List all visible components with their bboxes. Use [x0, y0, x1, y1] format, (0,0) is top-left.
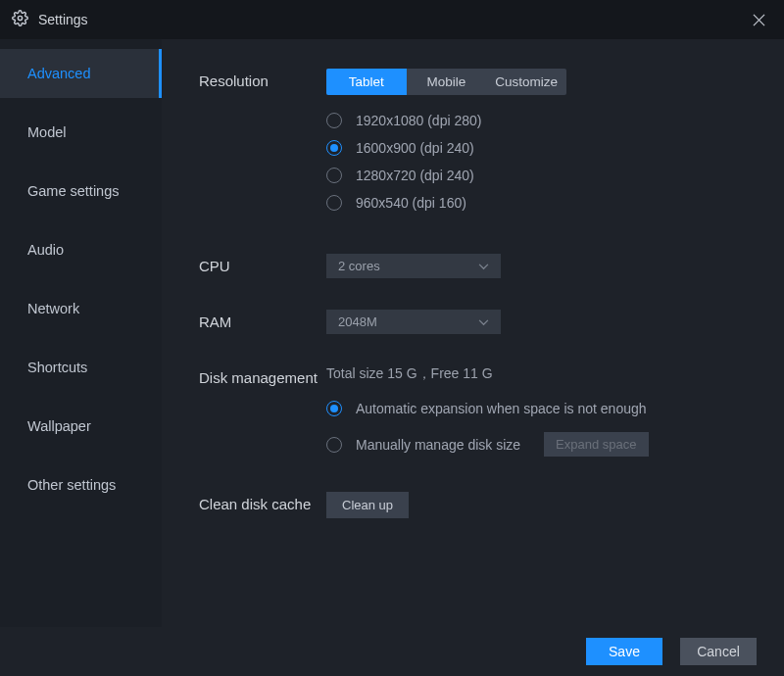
tab-customize[interactable]: Customize — [486, 69, 566, 95]
radio-icon — [326, 113, 342, 128]
disk-option-manual[interactable]: Manually manage disk size Expand space — [326, 432, 784, 457]
sidebar: Advanced Model Game settings Audio Netwo… — [0, 39, 162, 627]
disk-row: Disk management Total size 15 G，Free 11 … — [199, 365, 784, 472]
sidebar-item-network[interactable]: Network — [0, 284, 162, 333]
window-title: Settings — [38, 12, 88, 27]
sidebar-item-label: Model — [27, 124, 67, 140]
disk-option-auto[interactable]: Automatic expansion when space is not en… — [326, 401, 784, 416]
disk-info-text: Total size 15 G，Free 11 G — [326, 365, 784, 383]
tab-label: Tablet — [349, 74, 384, 89]
settings-icon — [12, 10, 28, 30]
cache-label: Clean disk cache — [199, 492, 326, 518]
sidebar-item-label: Game settings — [27, 183, 120, 199]
tab-mobile[interactable]: Mobile — [407, 69, 487, 95]
tab-label: Customize — [495, 74, 558, 89]
resolution-content: Tablet Mobile Customize 1920x1080 (dpi 2… — [326, 69, 784, 222]
radio-label: 1280x720 (dpi 240) — [356, 168, 474, 183]
ram-label: RAM — [199, 310, 326, 334]
resolution-option-1600x900[interactable]: 1600x900 (dpi 240) — [326, 140, 784, 156]
radio-icon — [326, 195, 342, 211]
cache-content: Clean up — [326, 492, 784, 518]
radio-label: 960x540 (dpi 160) — [356, 195, 466, 211]
disk-radio-list: Automatic expansion when space is not en… — [326, 401, 784, 457]
resolution-option-960x540[interactable]: 960x540 (dpi 160) — [326, 195, 784, 211]
sidebar-item-audio[interactable]: Audio — [0, 225, 162, 274]
sidebar-item-game-settings[interactable]: Game settings — [0, 167, 162, 216]
sidebar-item-label: Other settings — [27, 477, 116, 493]
footer: Save Cancel — [0, 627, 784, 676]
cleanup-button[interactable]: Clean up — [326, 492, 409, 518]
select-value: 2048M — [338, 314, 377, 329]
resolution-option-1280x720[interactable]: 1280x720 (dpi 240) — [326, 168, 784, 183]
sidebar-item-model[interactable]: Model — [0, 108, 162, 157]
sidebar-item-label: Shortcuts — [27, 360, 87, 375]
close-button[interactable] — [745, 6, 772, 33]
sidebar-item-wallpaper[interactable]: Wallpaper — [0, 402, 162, 451]
resolution-tabs: Tablet Mobile Customize — [326, 69, 566, 95]
svg-point-0 — [18, 16, 22, 20]
radio-icon — [326, 168, 342, 183]
chevron-down-icon — [478, 314, 489, 329]
ram-select[interactable]: 2048M — [326, 310, 501, 334]
radio-label: Automatic expansion when space is not en… — [356, 401, 647, 416]
cpu-label: CPU — [199, 254, 326, 278]
main-panel: Resolution Tablet Mobile Customize 1920x… — [162, 39, 784, 627]
chevron-down-icon — [478, 259, 489, 273]
sidebar-item-shortcuts[interactable]: Shortcuts — [0, 343, 162, 392]
select-value: 2 cores — [338, 259, 380, 273]
tab-tablet[interactable]: Tablet — [326, 69, 407, 95]
content-area: Advanced Model Game settings Audio Netwo… — [0, 39, 784, 627]
titlebar-left: Settings — [12, 10, 88, 30]
radio-icon — [326, 140, 342, 156]
sidebar-item-label: Network — [27, 301, 79, 316]
radio-label: 1600x900 (dpi 240) — [356, 140, 474, 156]
radio-icon — [326, 437, 342, 453]
cache-row: Clean disk cache Clean up — [199, 492, 784, 518]
disk-content: Total size 15 G，Free 11 G Automatic expa… — [326, 365, 784, 472]
expand-space-button[interactable]: Expand space — [544, 432, 648, 457]
resolution-option-1920x1080[interactable]: 1920x1080 (dpi 280) — [326, 113, 784, 128]
save-button[interactable]: Save — [586, 638, 662, 665]
resolution-label: Resolution — [199, 69, 326, 222]
radio-label: 1920x1080 (dpi 280) — [356, 113, 481, 128]
ram-row: RAM 2048M — [199, 310, 784, 334]
cancel-button[interactable]: Cancel — [680, 638, 757, 665]
cpu-select[interactable]: 2 cores — [326, 254, 501, 278]
radio-icon — [326, 401, 342, 416]
titlebar: Settings — [0, 0, 784, 39]
sidebar-item-label: Advanced — [27, 66, 91, 81]
resolution-radio-list: 1920x1080 (dpi 280) 1600x900 (dpi 240) 1… — [326, 113, 784, 211]
disk-label: Disk management — [199, 365, 326, 472]
sidebar-item-advanced[interactable]: Advanced — [0, 49, 162, 98]
resolution-row: Resolution Tablet Mobile Customize 1920x… — [199, 69, 784, 222]
sidebar-item-label: Wallpaper — [27, 418, 91, 434]
ram-content: 2048M — [326, 310, 784, 334]
cpu-row: CPU 2 cores — [199, 254, 784, 278]
cpu-content: 2 cores — [326, 254, 784, 278]
tab-label: Mobile — [427, 74, 466, 89]
radio-label: Manually manage disk size — [356, 437, 520, 453]
sidebar-item-other-settings[interactable]: Other settings — [0, 460, 162, 509]
sidebar-item-label: Audio — [27, 242, 64, 258]
